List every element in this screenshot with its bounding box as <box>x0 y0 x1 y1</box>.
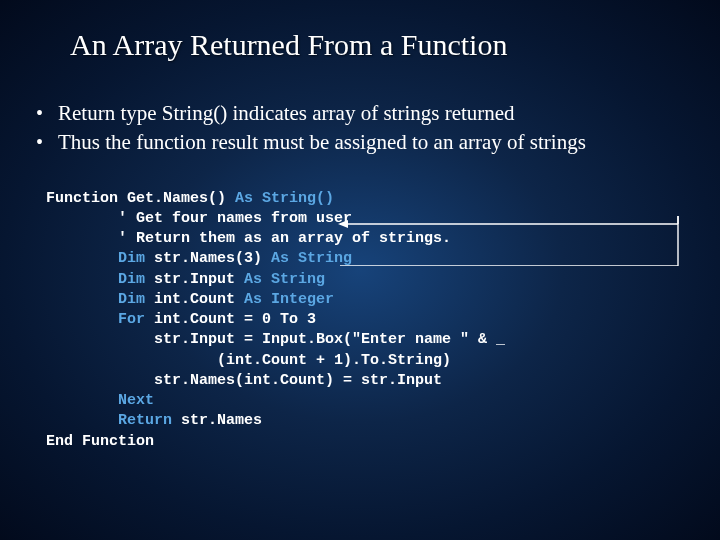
code-text <box>46 250 118 267</box>
code-text: int.Count = 0 To 3 <box>145 311 316 328</box>
code-text: (int.Count + 1).To.String) <box>46 352 451 369</box>
code-keyword: As String() <box>235 190 334 207</box>
code-text <box>46 271 118 288</box>
code-text: str.Names(int.Count) = str.Input <box>46 372 442 389</box>
code-keyword: Dim <box>118 271 145 288</box>
code-keyword: Dim <box>118 250 145 267</box>
bullet-item: Thus the function result must be assigne… <box>30 129 720 156</box>
code-text: str.Input = Input.Box("Enter name " & _ <box>46 331 505 348</box>
code-keyword: Next <box>118 392 154 409</box>
code-keyword: For <box>118 311 145 328</box>
code-keyword: Dim <box>118 291 145 308</box>
slide-title: An Array Returned From a Function <box>0 0 720 62</box>
code-text <box>46 311 118 328</box>
bullet-list: Return type String() indicates array of … <box>30 100 720 157</box>
code-text: End Function <box>46 433 154 450</box>
code-text: Function Get.Names() <box>46 190 235 207</box>
code-text: int.Count <box>145 291 244 308</box>
code-text <box>46 392 118 409</box>
code-text <box>46 291 118 308</box>
code-block: Function Get.Names() As String() ' Get f… <box>46 189 720 452</box>
code-text: str.Input <box>145 271 244 288</box>
code-keyword: As Integer <box>244 291 334 308</box>
bullet-item: Return type String() indicates array of … <box>30 100 720 127</box>
code-keyword: As String <box>271 250 352 267</box>
code-text <box>46 412 118 429</box>
code-keyword: As String <box>244 271 325 288</box>
code-keyword: Return <box>118 412 172 429</box>
code-text: ' Get four names from user <box>46 210 352 227</box>
code-text: str.Names(3) <box>145 250 271 267</box>
code-text: str.Names <box>172 412 262 429</box>
code-text: ' Return them as an array of strings. <box>46 230 451 247</box>
